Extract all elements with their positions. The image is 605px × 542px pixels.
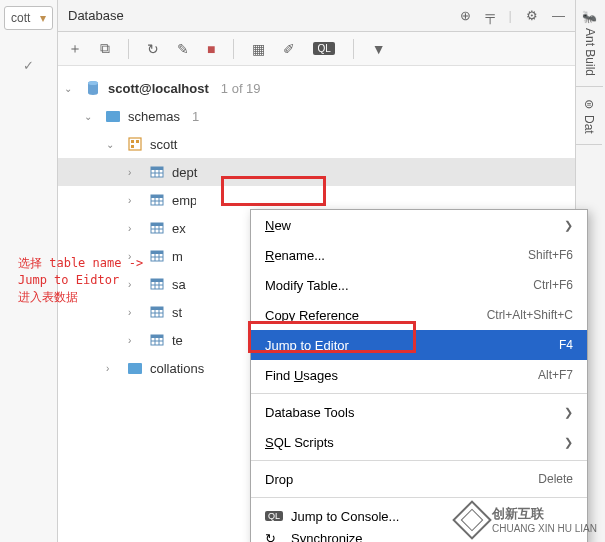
arrow-right-icon: ›: [128, 335, 142, 346]
dropdown-label: cott: [11, 11, 30, 25]
svg-point-0: [88, 81, 98, 85]
folder-icon: [104, 111, 122, 122]
menu-item-drop[interactable]: Drop Delete: [251, 464, 587, 494]
table-label: emp: [172, 193, 196, 208]
table-label: st: [172, 305, 182, 320]
header-actions: ⊕ ╤ | ⚙ —: [460, 8, 565, 23]
tree-node-table-dept[interactable]: › dept: [58, 158, 575, 186]
svg-rect-11: [151, 195, 163, 198]
context-menu: New ❯ Rename... Shift+F6 Modify Table...…: [250, 209, 588, 542]
table-icon: [148, 221, 166, 235]
collations-label: collations: [150, 361, 204, 376]
stop-icon[interactable]: ■: [207, 41, 215, 57]
watermark: 创新互联 CHUANG XIN HU LIAN: [458, 505, 597, 534]
database-icon: [84, 80, 102, 96]
folder-icon: [126, 363, 144, 374]
chevron-right-icon: ❯: [564, 219, 573, 232]
tab-label: Dat: [582, 115, 596, 134]
schema-dropdown[interactable]: cott ▾: [4, 6, 53, 30]
menu-separator: [251, 460, 587, 461]
menu-separator: [251, 497, 587, 498]
arrow-right-icon: ›: [128, 167, 142, 178]
sep-icon: |: [509, 8, 512, 23]
menu-item-jump-to-editor[interactable]: Jump to Editor F4: [251, 330, 587, 360]
menu-item-database-tools[interactable]: Database Tools ❯: [251, 397, 587, 427]
arrow-down-icon: ⌄: [84, 111, 98, 122]
menu-shortcut: Ctrl+Alt+Shift+C: [487, 308, 573, 322]
separator: [353, 39, 354, 59]
table-label: te: [172, 333, 183, 348]
query-icon: QL: [265, 511, 285, 521]
minimize-icon[interactable]: —: [552, 8, 565, 23]
arrow-right-icon: ›: [128, 307, 142, 318]
svg-rect-2: [131, 140, 134, 143]
query-icon[interactable]: QL: [313, 42, 334, 55]
tab-database[interactable]: ⊜ Dat: [576, 87, 602, 145]
table-label: dept: [172, 165, 197, 180]
schema-label: scott: [150, 137, 177, 152]
chevron-right-icon: ❯: [564, 406, 573, 419]
svg-rect-6: [151, 167, 163, 170]
copy-icon[interactable]: ⧉: [100, 40, 110, 57]
menu-shortcut: Delete: [538, 472, 573, 486]
menu-item-copy-reference[interactable]: Copy Reference Ctrl+Alt+Shift+C: [251, 300, 587, 330]
menu-label: Modify Table...: [265, 278, 349, 293]
schemas-label: schemas: [128, 109, 180, 124]
menu-label: Jump to Console...: [291, 509, 399, 524]
svg-rect-36: [151, 335, 163, 338]
arrow-right-icon: ›: [128, 195, 142, 206]
panel-header: Database ⊕ ╤ | ⚙ —: [58, 0, 575, 32]
menu-item-rename[interactable]: Rename... Shift+F6: [251, 240, 587, 270]
grid-icon[interactable]: ▦: [252, 41, 265, 57]
table-icon: [148, 305, 166, 319]
tree-root-datasource[interactable]: ⌄ scott@localhost 1 of 19: [58, 74, 575, 102]
menu-label: Jump to Editor: [265, 338, 349, 353]
gear-icon[interactable]: ⚙: [526, 8, 538, 23]
arrow-right-icon: ›: [128, 223, 142, 234]
arrow-down-icon: ⌄: [106, 139, 120, 150]
menu-shortcut: Shift+F6: [528, 248, 573, 262]
menu-item-sql-scripts[interactable]: SQL Scripts ❯: [251, 427, 587, 457]
filter-icon[interactable]: ▼: [372, 41, 386, 57]
svg-rect-21: [151, 251, 163, 254]
table-icon: [148, 193, 166, 207]
add-icon[interactable]: ＋: [68, 40, 82, 58]
watermark-text: 创新互联 CHUANG XIN HU LIAN: [492, 505, 597, 534]
table-icon: [148, 165, 166, 179]
menu-shortcut: Ctrl+F6: [533, 278, 573, 292]
collapse-icon[interactable]: ╤: [485, 8, 494, 23]
chevron-down-icon: ▾: [40, 11, 46, 25]
table-label: ex: [172, 221, 186, 236]
separator: [128, 39, 129, 59]
svg-rect-16: [151, 223, 163, 226]
table-icon: [148, 333, 166, 347]
menu-item-modify-table[interactable]: Modify Table... Ctrl+F6: [251, 270, 587, 300]
table-label: sa: [172, 277, 186, 292]
script-icon[interactable]: ✎: [177, 41, 189, 57]
annotation-text: 选择 table name -> Jump to Eidtor 进入表数据: [18, 255, 143, 305]
separator: [233, 39, 234, 59]
menu-item-new[interactable]: New ❯: [251, 210, 587, 240]
menu-label: Synchronize: [291, 531, 363, 542]
refresh-icon[interactable]: ↻: [147, 41, 159, 57]
chevron-right-icon: ❯: [564, 436, 573, 449]
tab-ant-build[interactable]: 🐜 Ant Build: [576, 0, 603, 87]
check-icon: ✓: [0, 58, 57, 73]
schemas-meta: 1: [192, 109, 199, 124]
svg-rect-31: [151, 307, 163, 310]
tree-node-schema-scott[interactable]: ⌄ scott: [58, 130, 575, 158]
refresh-icon: ↻: [265, 531, 285, 542]
toolbar: ＋ ⧉ ↻ ✎ ■ ▦ ✐ QL ▼: [58, 32, 575, 66]
watermark-logo-icon: [452, 500, 492, 540]
schema-icon: [126, 137, 144, 151]
globe-icon[interactable]: ⊕: [460, 8, 471, 23]
datasource-meta: 1 of 19: [221, 81, 261, 96]
panel-title: Database: [68, 8, 124, 23]
svg-rect-26: [151, 279, 163, 282]
menu-shortcut: F4: [559, 338, 573, 352]
tree-node-schemas[interactable]: ⌄ schemas 1: [58, 102, 575, 130]
arrow-down-icon: ⌄: [64, 83, 78, 94]
table-icon: [148, 277, 166, 291]
menu-item-find-usages[interactable]: Find Usages Alt+F7: [251, 360, 587, 390]
edit-icon[interactable]: ✐: [283, 41, 295, 57]
